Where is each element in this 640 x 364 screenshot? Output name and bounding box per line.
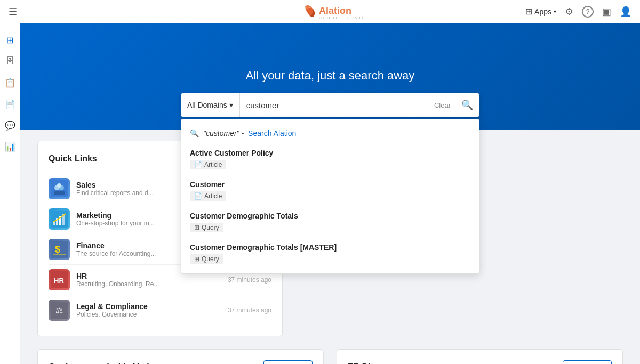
er-diagrams-panel: ER Diagrams ⎘ Visit Page	[337, 349, 623, 364]
result-4-badge: ⊞ Query	[190, 254, 223, 264]
sidebar: ⊞ 🗄 📋 📄 💬 📊	[0, 23, 20, 364]
search-link-icon: 🔍	[190, 129, 199, 137]
help-icon[interactable]: ?	[582, 6, 594, 18]
getting-started-visit-button[interactable]: ⎘ Visit Page	[263, 360, 313, 364]
hr-image: HR	[51, 271, 68, 288]
result-2-badge: 📄 Article	[190, 191, 226, 201]
sales-image	[51, 180, 68, 197]
settings-icon[interactable]: ⚙	[565, 6, 573, 18]
hr-info: HR Recruiting, Onboarding, Re...	[76, 272, 221, 288]
hero-title: All your data, just a search away	[246, 69, 415, 83]
sidebar-item-catalog[interactable]: 🗄	[4, 55, 16, 67]
article-icon: 📄	[194, 161, 202, 168]
result-1-badge: 📄 Article	[190, 160, 226, 169]
er-diagrams-title: ER Diagrams	[348, 362, 401, 365]
dropdown-result-4[interactable]: Customer Demographic Totals [MASTER] ⊞ Q…	[181, 238, 479, 269]
getting-started-title: Getting started with Alation	[49, 362, 159, 365]
navbar-left: ☰	[9, 6, 17, 18]
dropdown-result-2[interactable]: Customer 📄 Article	[181, 175, 479, 206]
quick-links-title: Quick Links	[49, 154, 97, 164]
getting-started-header: Getting started with Alation ⎘ Visit Pag…	[49, 360, 313, 364]
legal-name: Legal & Compliance	[76, 302, 221, 311]
legal-info: Legal & Compliance Policies, Governance	[76, 302, 221, 318]
sidebar-items: ⊞ 🗄 📋 📄 💬 📊	[4, 30, 16, 152]
search-button[interactable]: 🔍	[455, 99, 479, 111]
dropdown-result-1[interactable]: Active Customer Policy 📄 Article	[181, 143, 479, 175]
domain-select[interactable]: All Domains ▾	[181, 93, 240, 117]
marketing-icon	[49, 208, 70, 230]
user-icon[interactable]: 👤	[620, 6, 631, 18]
legal-image: ⚖	[51, 302, 68, 319]
sales-icon	[49, 178, 70, 199]
legal-icon: ⚖	[49, 300, 70, 321]
svg-text:CLOUD SERVICE: CLOUD SERVICE	[319, 16, 363, 20]
hr-desc: Recruiting, Onboarding, Re...	[76, 280, 221, 288]
svg-text:HR: HR	[54, 277, 64, 285]
navbar-right: ⊞ Apps ▾ ⚙ ? ▣ 👤	[525, 6, 631, 18]
result-4-title: Customer Demographic Totals [MASTER]	[190, 243, 470, 252]
hr-time: 37 minutes ago	[228, 276, 271, 284]
getting-started-panel: Getting started with Alation ⎘ Visit Pag…	[37, 349, 324, 364]
domain-chevron-icon: ▾	[229, 101, 233, 109]
notifications-icon[interactable]: ▣	[602, 6, 611, 18]
navbar-center: Alation CLOUD SERVICE	[277, 2, 363, 21]
er-diagrams-header: ER Diagrams ⎘ Visit Page	[348, 360, 612, 364]
navbar: ☰ Alation CLOUD SERVICE ⊞ Apps ▾ ⚙ ? ▣ 👤	[0, 0, 640, 23]
search-bar: All Domains ▾ Clear 🔍	[181, 93, 479, 117]
result-1-title: Active Customer Policy	[190, 149, 470, 157]
apps-grid-icon: ⊞	[525, 6, 532, 17]
hero-banner: All your data, just a search away All Do…	[20, 23, 640, 130]
sidebar-item-messages[interactable]: 💬	[4, 119, 16, 131]
er-diagrams-visit-button[interactable]: ⎘ Visit Page	[563, 360, 612, 364]
hr-icon: HR	[49, 269, 70, 290]
svg-rect-14	[53, 254, 66, 255]
hamburger-icon[interactable]: ☰	[9, 6, 17, 18]
search-input[interactable]	[240, 93, 430, 117]
query-icon-2: ⊞	[194, 255, 199, 263]
alation-logo[interactable]: Alation CLOUD SERVICE	[277, 2, 363, 21]
bottom-section: Getting started with Alation ⎘ Visit Pag…	[20, 349, 640, 364]
result-3-title: Customer Demographic Totals	[190, 212, 470, 220]
sidebar-item-analytics[interactable]: 📊	[4, 141, 16, 152]
query-icon-1: ⊞	[194, 224, 199, 231]
sidebar-item-pages[interactable]: 📄	[4, 98, 16, 110]
search-link-action[interactable]: Search Alation	[248, 129, 296, 137]
quick-link-legal[interactable]: ⚖ Legal & Compliance Policies, Governanc…	[49, 295, 271, 325]
logo-svg: Alation CLOUD SERVICE	[277, 2, 363, 21]
svg-text:⚖: ⚖	[55, 306, 63, 315]
search-dropdown: 🔍 "customer" - Search Alation Active Cus…	[181, 119, 479, 274]
sidebar-item-home[interactable]: ⊞	[4, 34, 16, 46]
apps-chevron-icon: ▾	[554, 9, 556, 14]
apps-button[interactable]: ⊞ Apps ▾	[525, 6, 556, 17]
search-container: All Domains ▾ Clear 🔍 🔍 "customer" - Sea…	[181, 93, 479, 117]
domain-label: All Domains	[187, 101, 227, 109]
article-icon-2: 📄	[194, 192, 202, 200]
result-2-title: Customer	[190, 180, 470, 189]
hero-section: All your data, just a search away All Do…	[20, 23, 640, 130]
result-3-badge: ⊞ Query	[190, 223, 223, 232]
search-link-prefix: "customer" -	[203, 129, 244, 137]
clear-button[interactable]: Clear	[430, 101, 455, 109]
legal-desc: Policies, Governance	[76, 311, 221, 318]
apps-label: Apps	[534, 7, 551, 16]
finance-icon: $	[49, 239, 70, 260]
sidebar-item-compose[interactable]: 📋	[4, 77, 16, 88]
finance-image: $	[51, 241, 68, 258]
search-alation-link[interactable]: 🔍 "customer" - Search Alation	[181, 124, 479, 143]
svg-text:$: $	[55, 244, 60, 255]
marketing-image	[51, 211, 68, 228]
dropdown-result-3[interactable]: Customer Demographic Totals ⊞ Query	[181, 206, 479, 238]
svg-point-6	[57, 183, 61, 188]
legal-time: 37 minutes ago	[228, 306, 271, 314]
svg-rect-5	[54, 191, 65, 195]
svg-text:Alation: Alation	[319, 5, 351, 16]
